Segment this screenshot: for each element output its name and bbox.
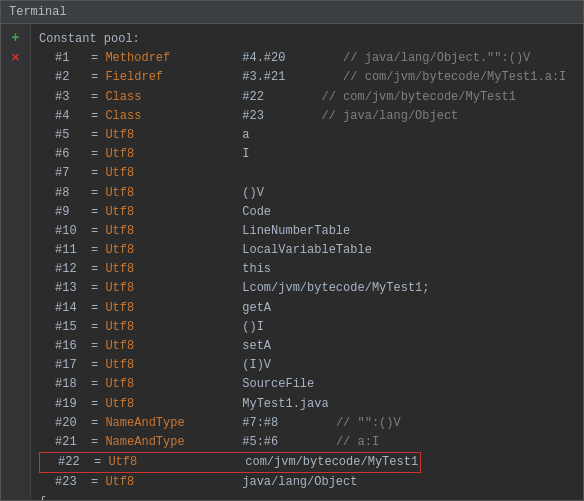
table-row: #6 = Utf8 I [39,145,575,164]
table-row: #5 = Utf8 a [39,126,575,145]
gutter-x-icon[interactable]: × [11,50,19,66]
table-row: #4 = Class #23 // java/lang/Object [39,107,575,126]
table-row: #21 = NameAndType #5:#6 // a:I [39,433,575,452]
table-row: #22 = Utf8 com/jvm/bytecode/MyTest1 [39,452,575,473]
table-row: #10 = Utf8 LineNumberTable [39,222,575,241]
table-row: #18 = Utf8 SourceFile [39,375,575,394]
table-row: #11 = Utf8 LocalVariableTable [39,241,575,260]
table-row: #14 = Utf8 getA [39,299,575,318]
footer-line: { [39,493,575,501]
terminal-window: Terminal + × Constant pool: #1 = Methodr… [0,0,584,501]
table-row: #12 = Utf8 this [39,260,575,279]
title-bar: Terminal [1,1,583,24]
table-row: #20 = NameAndType #7:#8 // "":()V [39,414,575,433]
header-line: Constant pool: [39,30,575,49]
table-row: #19 = Utf8 MyTest1.java [39,395,575,414]
table-row: #1 = Methodref #4.#20 // java/lang/Objec… [39,49,575,68]
table-row: #23 = Utf8 java/lang/Object [39,473,575,492]
gutter: + × [1,24,31,500]
terminal-output: Constant pool: #1 = Methodref #4.#20 // … [31,24,583,500]
table-row: #9 = Utf8 Code [39,203,575,222]
table-row: #8 = Utf8 ()V [39,184,575,203]
table-row: #3 = Class #22 // com/jvm/bytecode/MyTes… [39,88,575,107]
gutter-plus-icon[interactable]: + [11,30,19,46]
table-row: #13 = Utf8 Lcom/jvm/bytecode/MyTest1; [39,279,575,298]
content-area: + × Constant pool: #1 = Methodref #4.#20… [1,24,583,500]
window-title: Terminal [9,5,67,19]
table-row: #15 = Utf8 ()I [39,318,575,337]
table-row: #17 = Utf8 (I)V [39,356,575,375]
table-row: #7 = Utf8 [39,164,575,183]
table-row: #2 = Fieldref #3.#21 // com/jvm/bytecode… [39,68,575,87]
table-row: #16 = Utf8 setA [39,337,575,356]
